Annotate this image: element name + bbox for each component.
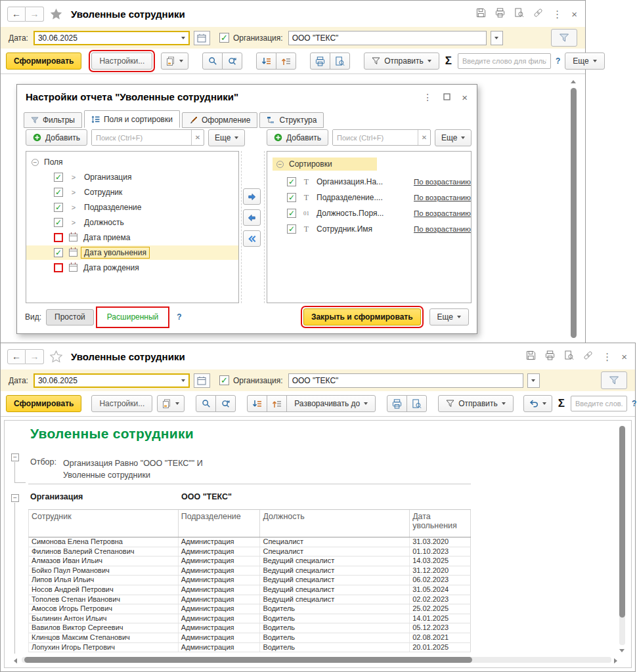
splitter[interactable] xyxy=(264,151,265,303)
table-row[interactable]: Липов Илья ИльичАдминистрацияВедущий спе… xyxy=(28,576,471,585)
help-link[interactable]: ? xyxy=(556,56,560,66)
column-header[interactable]: Подразделение xyxy=(179,510,261,537)
favorite-star-icon[interactable] xyxy=(50,8,62,20)
preview-icon[interactable] xyxy=(514,8,524,20)
checkbox-checked[interactable]: ✓ xyxy=(54,218,63,227)
table-row[interactable]: Вавилов Виктор СергеевичАдминистрацияВод… xyxy=(28,623,471,633)
sort-descending-button[interactable] xyxy=(256,52,276,70)
view-advanced-button[interactable]: Расширенный xyxy=(99,309,167,326)
clear-search-icon[interactable]: ✕ xyxy=(418,130,430,145)
chevron-down-icon[interactable] xyxy=(181,37,185,39)
quick-filter-input[interactable] xyxy=(458,53,551,69)
sort-ascending-button[interactable] xyxy=(276,52,296,70)
table-row[interactable]: Алмазов Иван ИльичАдминистрацияВедущий с… xyxy=(28,556,471,566)
settings-button[interactable]: Настройки... xyxy=(91,52,152,70)
print-icon[interactable] xyxy=(495,8,505,20)
tab-fields-sorting[interactable]: Поля и сортировки xyxy=(84,110,180,128)
checkbox-unchecked[interactable] xyxy=(54,263,63,272)
field-item[interactable]: ✓>Сотрудник xyxy=(26,185,238,200)
add-field-button[interactable]: Добавить xyxy=(26,129,87,146)
dialog-more-button[interactable]: Еще xyxy=(429,308,469,326)
table-row[interactable]: Клинцов Максим СтепановичАдминистрацияВо… xyxy=(28,633,471,643)
calendar-button[interactable] xyxy=(194,31,210,45)
cancel-search-button[interactable] xyxy=(222,52,242,70)
field-item[interactable]: ✓>Должность xyxy=(26,215,238,230)
fields-root-node[interactable]: − Поля xyxy=(26,155,238,169)
sorting-item[interactable]: ✓TОрганизация.На...По возрастанию xyxy=(267,175,471,189)
checkbox-checked[interactable]: ✓ xyxy=(287,177,296,186)
decrypt-button[interactable] xyxy=(523,395,552,412)
checkbox-checked[interactable]: ✓ xyxy=(54,248,63,257)
send-button[interactable]: Отправить xyxy=(364,52,439,70)
field-item[interactable]: ✓>Подразделение xyxy=(26,200,238,215)
table-row[interactable]: Симонова Елена ПетровнаАдминистрацияСпец… xyxy=(28,537,471,547)
settings-button[interactable]: Настройки... xyxy=(91,395,152,412)
forward-button[interactable]: → xyxy=(26,349,44,364)
preview-icon[interactable] xyxy=(564,350,574,363)
sorting-item[interactable]: ✓TПодразделение....По возрастанию xyxy=(267,190,471,205)
checkbox-checked[interactable]: ✓ xyxy=(54,173,63,182)
sort-order-link[interactable]: По возрастанию xyxy=(414,209,471,217)
move-right-button[interactable] xyxy=(243,188,261,205)
vertical-scrollbar-thumb[interactable] xyxy=(619,426,625,618)
table-row[interactable]: Филинов Валерий СтепановичАдминистрацияС… xyxy=(28,547,471,557)
sort-ascending-button[interactable] xyxy=(267,395,287,412)
checkbox-checked[interactable]: ✓ xyxy=(287,193,296,202)
maximize-icon[interactable] xyxy=(443,91,450,103)
print-button[interactable] xyxy=(387,395,407,412)
print-preview-button[interactable] xyxy=(406,395,427,412)
organization-checkbox[interactable]: ✓ xyxy=(219,33,229,43)
filter-settings-button[interactable] xyxy=(601,371,627,389)
table-row[interactable]: Носов Андрей ПетровичАдминистрацияВедущи… xyxy=(28,585,471,595)
print-preview-button[interactable] xyxy=(330,52,350,70)
field-item[interactable]: Дата приема xyxy=(26,230,238,245)
clear-search-icon[interactable]: ✕ xyxy=(191,130,204,145)
sorting-root-node[interactable]: − Сортировки xyxy=(267,155,471,173)
more-icon[interactable]: ⋮ xyxy=(602,352,612,362)
scroll-left-arrow[interactable] xyxy=(14,658,17,663)
column-header[interactable]: Дата увольнения xyxy=(410,510,471,537)
view-simple-button[interactable]: Простой xyxy=(46,309,94,326)
generate-button[interactable]: Сформировать xyxy=(6,395,81,412)
send-button[interactable]: Отправить xyxy=(438,395,514,412)
scroll-down-arrow[interactable] xyxy=(619,649,625,652)
group-collapse-button[interactable]: − xyxy=(11,453,19,461)
table-row[interactable]: Амосов Игорь ПетровичАдминистрацияВодите… xyxy=(28,604,471,614)
sorting-search-input[interactable] xyxy=(333,130,418,145)
field-item[interactable]: ✓Дата увольнения xyxy=(26,245,238,260)
sorting-more-button[interactable]: Еще xyxy=(435,129,472,146)
checkbox-checked[interactable]: ✓ xyxy=(54,188,63,197)
tab-filters[interactable]: Фильтры xyxy=(24,112,82,128)
table-row[interactable]: Бойко Паул РомановичАдминистрацияВедущий… xyxy=(28,566,471,576)
splitter[interactable] xyxy=(241,151,242,303)
link-icon[interactable] xyxy=(583,350,593,363)
tab-structure[interactable]: Структура xyxy=(259,112,324,128)
table-row[interactable]: Былинин Антон ИльичАдминистрацияВодитель… xyxy=(28,614,471,624)
checkbox-unchecked[interactable] xyxy=(54,233,63,242)
horizontal-scrollbar-thumb[interactable] xyxy=(24,657,472,663)
collapse-node-icon[interactable]: − xyxy=(32,159,39,166)
column-header[interactable]: Должность xyxy=(260,510,410,537)
field-item[interactable]: ✓>Организация xyxy=(26,170,238,184)
add-sorting-button[interactable]: Добавить xyxy=(267,129,328,146)
table-row[interactable]: Тополев Степан ИвановичАдминистрацияВеду… xyxy=(28,595,471,605)
organization-checkbox[interactable]: ✓ xyxy=(219,375,229,385)
print-icon[interactable] xyxy=(545,350,555,363)
cancel-search-button[interactable] xyxy=(215,395,236,412)
more-icon[interactable]: ⋮ xyxy=(552,9,562,19)
fields-search-input[interactable] xyxy=(92,130,191,145)
column-header[interactable]: Сотрудник xyxy=(29,510,179,537)
save-icon[interactable] xyxy=(476,8,486,20)
forward-button[interactable]: → xyxy=(26,7,44,22)
save-icon[interactable] xyxy=(526,350,536,363)
filter-settings-button[interactable] xyxy=(551,29,577,47)
tab-appearance[interactable]: Оформление xyxy=(182,112,257,128)
organization-input[interactable]: ООО "ТЕКС" xyxy=(288,373,523,388)
move-all-left-button[interactable] xyxy=(243,230,261,247)
sort-descending-button[interactable] xyxy=(247,395,267,412)
organization-group-row[interactable]: Организация ООО "ТЕКС" xyxy=(28,484,471,510)
sum-button[interactable]: Σ xyxy=(444,54,453,68)
report-variants-button[interactable] xyxy=(157,395,185,412)
sort-order-link[interactable]: По возрастанию xyxy=(414,225,471,233)
close-and-generate-button[interactable]: Закрыть и сформировать xyxy=(303,308,421,326)
